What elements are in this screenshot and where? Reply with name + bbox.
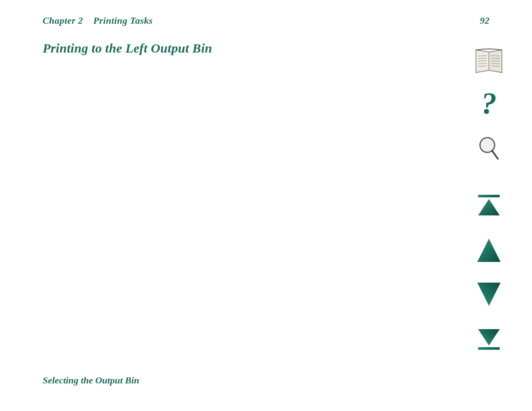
svg-line-10 — [491, 66, 500, 66]
first-page-icon[interactable] — [472, 189, 506, 223]
svg-line-5 — [478, 66, 487, 66]
svg-line-8 — [491, 61, 500, 61]
footer-text: Selecting the Output Bin — [43, 375, 139, 386]
question-mark-icon: ? — [481, 88, 497, 119]
last-page-icon[interactable] — [472, 321, 506, 355]
svg-marker-16 — [477, 239, 501, 262]
page-number: 92 — [480, 15, 489, 26]
svg-line-13 — [492, 151, 498, 159]
book-icon[interactable] — [472, 43, 506, 78]
chapter-label: Chapter 2 Printing Tasks — [43, 15, 153, 26]
svg-line-9 — [491, 63, 500, 64]
svg-line-3 — [478, 61, 487, 61]
help-icon[interactable]: ? — [472, 86, 506, 121]
page-title: Printing to the Left Output Bin — [43, 41, 212, 56]
svg-line-7 — [491, 58, 500, 59]
sidebar-icons: ? — [472, 43, 506, 364]
svg-marker-18 — [478, 329, 500, 346]
svg-rect-19 — [478, 347, 500, 350]
next-page-icon[interactable] — [472, 277, 506, 311]
search-icon[interactable] — [472, 133, 506, 167]
chapter-number: Chapter 2 — [43, 15, 83, 26]
previous-page-icon[interactable] — [472, 233, 506, 267]
svg-line-4 — [478, 63, 487, 64]
svg-rect-14 — [478, 195, 500, 197]
svg-marker-17 — [477, 283, 501, 306]
svg-marker-15 — [478, 199, 500, 215]
section-name: Printing Tasks — [93, 15, 153, 26]
svg-line-6 — [491, 56, 500, 56]
svg-point-12 — [481, 139, 494, 152]
svg-line-2 — [478, 58, 487, 59]
svg-line-1 — [478, 56, 487, 56]
header: Chapter 2 Printing Tasks 92 — [43, 15, 489, 26]
